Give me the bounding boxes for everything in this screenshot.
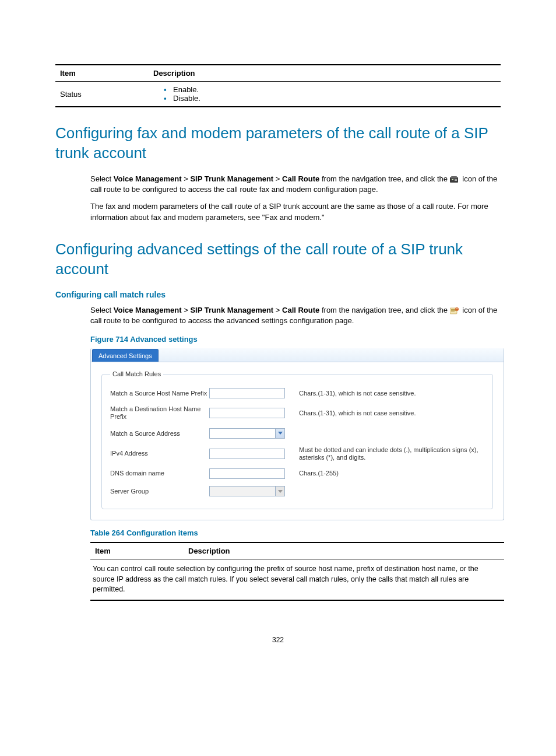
row-ipv4-address: IPv4 Address Must be dotted and can incl… <box>110 443 484 465</box>
row-source-host-prefix: Match a Source Host Name Prefix Chars.(1… <box>110 384 484 402</box>
advanced-config-icon <box>450 307 459 314</box>
fax-config-icon <box>450 176 459 183</box>
td-status-opts: Enable. Disable. <box>149 82 501 107</box>
row-server-group: Server Group <box>110 482 484 501</box>
config-items-table: Item Description You can control call ro… <box>90 542 504 601</box>
call-match-rules-group: Call Match Rules Match a Source Host Nam… <box>101 370 493 509</box>
svg-rect-8 <box>451 312 455 312</box>
label-source-host-prefix: Match a Source Host Name Prefix <box>110 390 209 397</box>
label-ipv4-address: IPv4 Address <box>110 450 209 457</box>
heading-fax-modem: Configuring fax and modem parameters of … <box>55 124 501 163</box>
panel-tabbar: Advanced Settings <box>91 348 504 362</box>
input-source-host-prefix[interactable] <box>209 388 285 398</box>
label-dns-domain: DNS domain name <box>110 470 209 477</box>
row-dest-host-prefix: Match a Destination Host Name Prefix Cha… <box>110 402 484 424</box>
table-caption: Table 264 Configuration items <box>90 528 501 537</box>
svg-rect-6 <box>451 309 456 310</box>
select-source-address[interactable] <box>209 428 285 439</box>
input-dns-domain[interactable] <box>209 468 285 479</box>
input-dest-host-prefix[interactable] <box>209 408 285 418</box>
fax-body-2: The fax and modem parameters of the call… <box>90 201 501 223</box>
config-items-intro: You can control call route selection by … <box>90 559 504 600</box>
status-disable: Disable. <box>164 94 496 103</box>
nav-voice-mgmt-2: Voice Management <box>114 306 182 314</box>
hint-ipv4-address: Must be dotted and can include dots (.),… <box>291 446 484 461</box>
tab-advanced-settings[interactable]: Advanced Settings <box>92 349 159 362</box>
label-source-address: Match a Source Address <box>110 430 209 438</box>
th-item-2: Item <box>90 542 184 559</box>
label-server-group: Server Group <box>110 488 209 495</box>
label-dest-host-prefix: Match a Destination Host Name Prefix <box>110 405 209 421</box>
page-number: 322 <box>55 636 501 644</box>
nav-sip-trunk-mgmt-2: SIP Trunk Management <box>190 306 273 314</box>
figure-caption: Figure 714 Advanced settings <box>90 335 501 344</box>
input-ipv4-address[interactable] <box>209 449 285 459</box>
chevron-down-icon <box>275 487 284 496</box>
svg-rect-3 <box>455 179 457 180</box>
th-item: Item <box>55 65 149 82</box>
svg-rect-7 <box>451 310 456 311</box>
row-dns-domain: DNS domain name Chars.(1-255) <box>110 465 484 482</box>
subheading-call-match: Configuring call match rules <box>55 290 501 299</box>
hint-dest-host-prefix: Chars.(1-31), which is not case sensitiv… <box>291 410 484 417</box>
chevron-down-icon <box>275 429 284 438</box>
advanced-settings-panel: Advanced Settings Call Match Rules Match… <box>90 348 504 520</box>
heading-advanced: Configuring advanced settings of the cal… <box>55 240 501 279</box>
status-table: Item Description Status Enable. Disable. <box>55 64 501 107</box>
call-match-rules-legend: Call Match Rules <box>110 370 163 377</box>
row-source-address: Match a Source Address <box>110 425 484 443</box>
svg-rect-1 <box>451 176 457 178</box>
hint-source-host-prefix: Chars.(1-31), which is not case sensitiv… <box>291 390 484 397</box>
svg-rect-2 <box>452 179 453 180</box>
nav-voice-mgmt: Voice Management <box>114 174 182 183</box>
fax-body-1: Select Voice Management > SIP Trunk Mana… <box>90 174 501 196</box>
nav-call-route: Call Route <box>282 174 319 183</box>
th-desc-2: Description <box>184 542 504 559</box>
nav-sip-trunk-mgmt: SIP Trunk Management <box>190 174 273 183</box>
td-status: Status <box>55 82 149 107</box>
select-server-group <box>209 486 285 496</box>
th-desc: Description <box>149 65 501 82</box>
svg-rect-4 <box>455 180 457 181</box>
adv-body-1: Select Voice Management > SIP Trunk Mana… <box>90 305 501 327</box>
hint-dns-domain: Chars.(1-255) <box>291 470 484 477</box>
nav-call-route-2: Call Route <box>282 306 319 314</box>
status-enable: Enable. <box>164 85 496 94</box>
